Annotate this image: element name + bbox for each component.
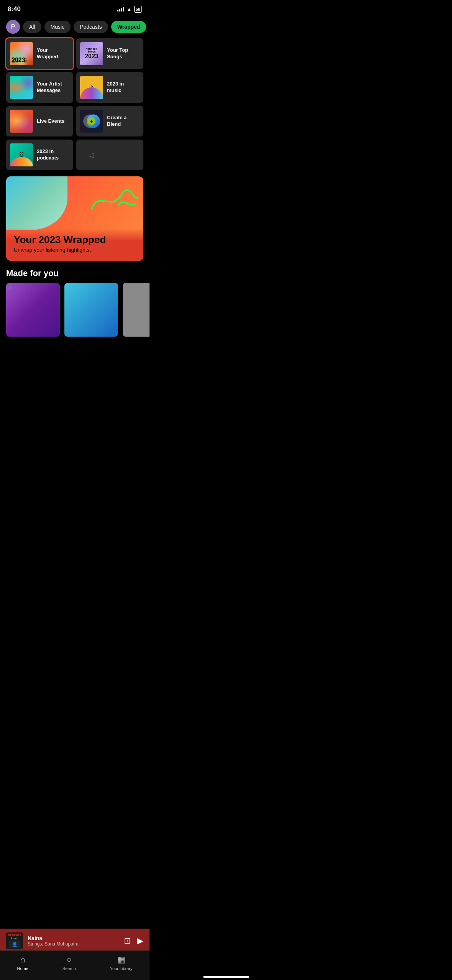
avatar[interactable]: P: [6, 20, 20, 34]
card-thumb-empty: ♫: [80, 143, 103, 166]
filter-podcasts[interactable]: Podcasts: [74, 21, 108, 33]
filter-wrapped[interactable]: Wrapped: [111, 21, 146, 33]
filter-all[interactable]: All: [23, 21, 41, 33]
card-empty[interactable]: ♫: [76, 140, 143, 170]
card-thumb-2023-music: ♪: [80, 76, 103, 99]
banner-art-left: [6, 176, 67, 230]
blend-plus-icon: +: [88, 117, 95, 125]
card-thumb-top-songs: Your Top Songs 2023: [80, 42, 103, 65]
status-icons: ▲ 58: [117, 6, 142, 13]
card-thumb-live-events: [10, 110, 33, 133]
music-note-gray-icon: ♫: [88, 150, 95, 160]
card-label-blend: Create a Blend: [107, 115, 140, 128]
playlist-thumb-3: ♪: [123, 283, 150, 337]
card-2023-music[interactable]: ♪ 2023 in music: [76, 72, 143, 103]
banner-background: Your 2023 Wrapped Unwrap your listening …: [6, 176, 143, 261]
banner-squiggle-icon: [88, 182, 138, 217]
card-label-top-songs: Your Top Songs: [107, 47, 140, 60]
made-for-you-title: Made for you: [0, 261, 150, 283]
card-artist-messages[interactable]: Your Artist Messages: [6, 72, 73, 103]
card-label-your-wrapped: Your Wrapped: [37, 47, 69, 60]
card-live-events[interactable]: Live Events: [6, 106, 73, 136]
banner-text-area: Your 2023 Wrapped Unwrap your listening …: [6, 228, 143, 261]
wrapped-banner[interactable]: Your 2023 Wrapped Unwrap your listening …: [6, 176, 143, 261]
banner-title: Your 2023 Wrapped: [14, 234, 136, 245]
made-for-you-scroll: S ♪: [0, 283, 150, 337]
cards-grid: 2023 Your Wrapped Your Top Songs 2023 Yo…: [0, 38, 150, 170]
playlist-thumb-1: S: [6, 283, 60, 337]
card-your-wrapped[interactable]: 2023 Your Wrapped: [6, 38, 73, 69]
card-your-top-songs[interactable]: Your Top Songs 2023 Your Top Songs: [76, 38, 143, 69]
card-label-live-events: Live Events: [37, 118, 64, 125]
card-create-blend[interactable]: + Create a Blend: [76, 106, 143, 136]
status-bar: 8:40 ▲ 58: [0, 0, 150, 16]
card-thumb-podcasts: ⍤: [10, 143, 33, 166]
card-thumb-artist-messages: [10, 76, 33, 99]
signal-bars-icon: [117, 7, 124, 12]
card-label-2023-music: 2023 in music: [107, 81, 140, 94]
wifi-icon: ▲: [127, 6, 132, 12]
playlist-card-2[interactable]: [64, 283, 118, 337]
status-time: 8:40: [8, 5, 21, 13]
card-thumb-your-wrapped: 2023: [10, 42, 33, 65]
battery-icon: 58: [134, 6, 142, 13]
card-label-podcasts: 2023 in podcasts: [37, 148, 69, 161]
playlist-thumb-2: [64, 283, 118, 337]
filter-music[interactable]: Music: [44, 21, 71, 33]
playlist-card-1[interactable]: S: [6, 283, 60, 337]
card-thumb-blend: +: [80, 110, 103, 133]
playlist-card-3[interactable]: ♪: [123, 283, 150, 337]
banner-subtitle: Unwrap your listening highlights.: [14, 247, 136, 253]
card-2023-podcasts[interactable]: ⍤ 2023 in podcasts: [6, 140, 73, 170]
card-label-artist-messages: Your Artist Messages: [37, 81, 69, 94]
filter-bar: P All Music Podcasts Wrapped: [0, 16, 150, 38]
